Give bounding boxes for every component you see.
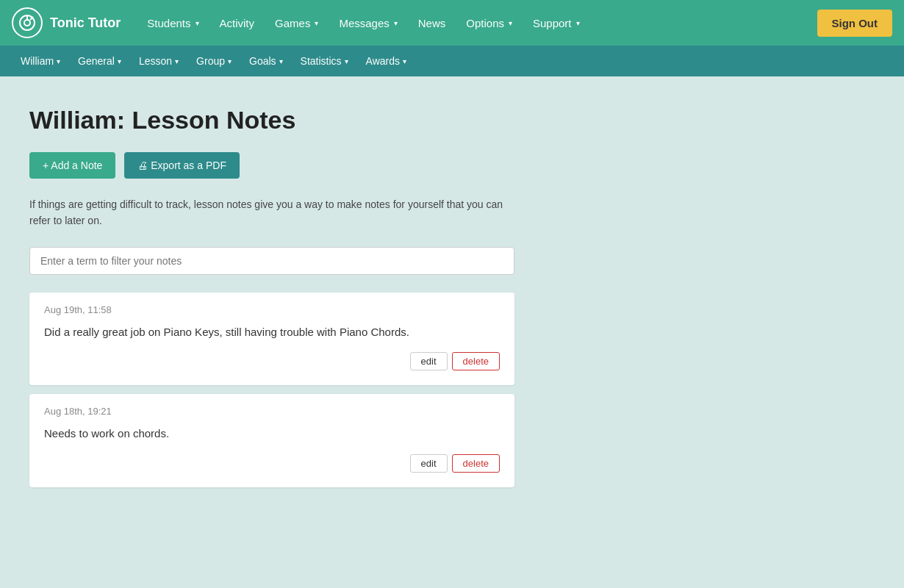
subnav-item-goals[interactable]: Goals ▾: [240, 51, 292, 71]
filter-input[interactable]: [29, 247, 514, 275]
games-dropdown-icon: ▾: [315, 19, 318, 27]
group-dropdown-icon: ▾: [228, 57, 232, 65]
nav-item-support[interactable]: Support ▾: [524, 11, 589, 35]
goals-dropdown-icon: ▾: [279, 57, 283, 65]
lesson-dropdown-icon: ▾: [175, 57, 179, 65]
add-note-button[interactable]: + Add a Note: [29, 152, 115, 179]
nav-item-games[interactable]: Games ▾: [266, 11, 327, 35]
logo-area[interactable]: Tonic Tutor: [12, 7, 121, 38]
note-actions: edit delete: [44, 352, 500, 370]
sign-out-button[interactable]: Sign Out: [817, 10, 893, 37]
export-pdf-button[interactable]: 🖨 Export as a PDF: [124, 152, 240, 179]
edit-note-button[interactable]: edit: [410, 454, 448, 473]
logo-icon: [12, 7, 43, 38]
nav-item-messages[interactable]: Messages ▾: [330, 11, 406, 35]
messages-dropdown-icon: ▾: [394, 19, 398, 27]
description-text: If things are getting difficult to track…: [29, 196, 514, 229]
app-name: Tonic Tutor: [50, 15, 121, 31]
subnav-item-awards[interactable]: Awards ▾: [357, 51, 415, 71]
general-dropdown-icon: ▾: [118, 57, 121, 65]
delete-note-button[interactable]: delete: [452, 352, 500, 370]
edit-note-button[interactable]: edit: [410, 352, 448, 370]
top-nav: Tonic Tutor Students ▾ Activity Games ▾ …: [0, 0, 904, 46]
william-dropdown-icon: ▾: [57, 57, 60, 65]
note-actions: edit delete: [44, 454, 500, 473]
awards-dropdown-icon: ▾: [403, 57, 406, 65]
delete-note-button[interactable]: delete: [452, 454, 500, 473]
subnav-item-william[interactable]: William ▾: [12, 51, 69, 71]
note-card: Aug 18th, 19:21 Needs to work on chords.…: [29, 394, 514, 487]
note-text: Needs to work on chords.: [44, 426, 500, 442]
support-dropdown-icon: ▾: [576, 19, 580, 27]
note-timestamp: Aug 18th, 19:21: [44, 406, 500, 417]
sub-nav: William ▾ General ▾ Lesson ▾ Group ▾ Goa…: [0, 46, 904, 76]
action-buttons: + Add a Note 🖨 Export as a PDF: [29, 152, 632, 179]
note-timestamp: Aug 19th, 11:58: [44, 304, 500, 315]
subnav-item-group[interactable]: Group ▾: [187, 51, 240, 71]
subnav-item-lesson[interactable]: Lesson ▾: [130, 51, 187, 71]
main-content: William: Lesson Notes + Add a Note 🖨 Exp…: [0, 76, 661, 526]
note-text: Did a really great job on Piano Keys, st…: [44, 324, 500, 341]
nav-item-news[interactable]: News: [409, 11, 455, 35]
statistics-dropdown-icon: ▾: [345, 57, 348, 65]
svg-line-3: [30, 17, 33, 20]
nav-item-students[interactable]: Students ▾: [138, 11, 207, 35]
note-card: Aug 19th, 11:58 Did a really great job o…: [29, 293, 514, 386]
top-nav-items: Students ▾ Activity Games ▾ Messages ▾ N…: [138, 11, 817, 35]
subnav-item-statistics[interactable]: Statistics ▾: [292, 51, 357, 71]
nav-item-options[interactable]: Options ▾: [457, 11, 521, 35]
nav-item-activity[interactable]: Activity: [211, 11, 264, 35]
page-title: William: Lesson Notes: [29, 106, 632, 135]
students-dropdown-icon: ▾: [195, 19, 199, 27]
svg-point-1: [24, 20, 30, 26]
subnav-item-general[interactable]: General ▾: [69, 51, 130, 71]
options-dropdown-icon: ▾: [509, 19, 512, 27]
